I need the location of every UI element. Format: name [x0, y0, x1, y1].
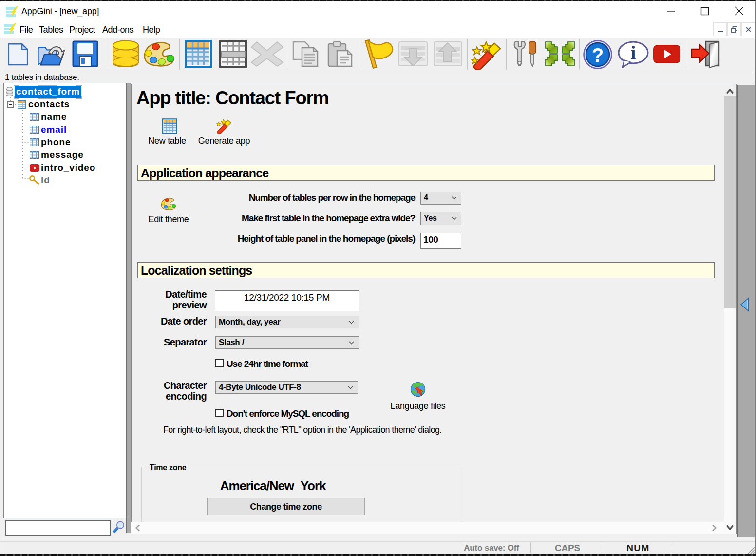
svg-text:?: ? [592, 44, 604, 66]
svg-text:i: i [631, 42, 636, 63]
